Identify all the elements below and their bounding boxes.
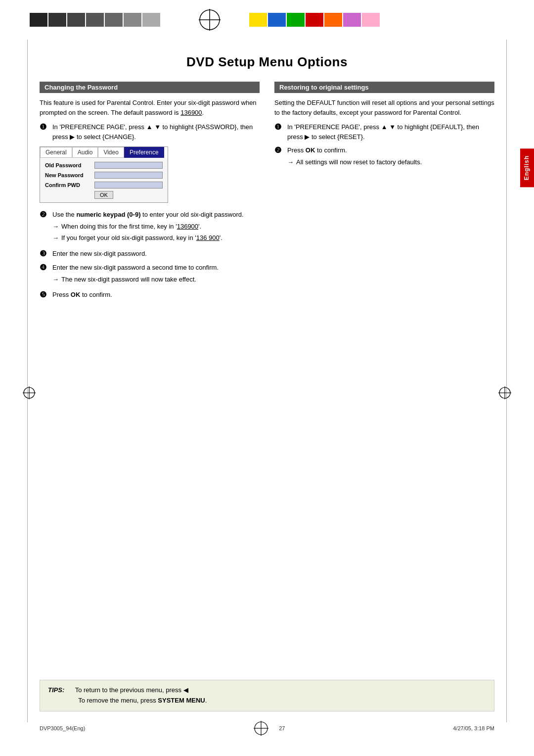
- yellow-block: [249, 13, 267, 27]
- step-2-arrow-2-text: If you forget your old six-digit passwor…: [61, 233, 222, 243]
- right-step-1: ❶ In 'PREFERENCE PAGE', press ▲ ▼ to hig…: [274, 122, 494, 142]
- step-3: ❸ Enter the new six-digit password.: [40, 249, 260, 259]
- tab-video: Video: [98, 147, 124, 158]
- step-2: ❷ Use the numeric keypad (0-9) to enter …: [40, 210, 260, 245]
- color-block: [86, 13, 104, 27]
- color-blocks-right: [249, 13, 380, 27]
- top-bar: [0, 0, 534, 40]
- tab-preference: Preference: [124, 147, 164, 158]
- orange-block: [324, 13, 342, 27]
- dvd-row-new-password: New Password: [45, 172, 163, 179]
- dvd-ok-button: OK: [45, 191, 163, 198]
- keypad-bold: numeric keypad (0-9): [76, 211, 140, 218]
- right-step-2-arrow-text: All settings will now reset to factory d…: [296, 157, 422, 167]
- step-5-num: ❺: [40, 290, 49, 300]
- mid-crosshair-left: [22, 386, 36, 401]
- step-5: ❺ Press OK to confirm.: [40, 290, 260, 300]
- page-title: DVD Setup Menu Options: [40, 54, 494, 70]
- old-password-field: [94, 162, 163, 169]
- left-intro: This feature is used for Parental Contro…: [40, 98, 260, 117]
- step-2-arrow-1: → When doing this for the first time, ke…: [52, 222, 260, 232]
- arrow-icon-2: →: [52, 233, 59, 243]
- color-block: [30, 13, 47, 27]
- default-password: 136900: [180, 109, 202, 116]
- right-step-2: ❷ Press OK to confirm. → All settings wi…: [274, 145, 494, 169]
- tips-box: TIPS: To return to the previous menu, pr…: [40, 680, 494, 711]
- mid-crosshair-right: [498, 386, 512, 401]
- dvd-menu-table: General Audio Video Preference Old Passw…: [40, 146, 168, 203]
- dvd-ok-label: OK: [94, 191, 113, 199]
- red-block: [306, 13, 323, 27]
- purple-block: [343, 13, 361, 27]
- new-password-label: New Password: [45, 172, 94, 178]
- old-password-label: Old Password: [45, 162, 94, 168]
- blue-block: [268, 13, 286, 27]
- step-3-content: Enter the new six-digit password.: [52, 249, 260, 259]
- right-step-1-content: In 'PREFERENCE PAGE', press ▲ ▼ to highl…: [287, 122, 494, 142]
- english-tab: English: [520, 148, 534, 187]
- left-section-header: Changing the Password: [40, 82, 260, 93]
- step-4-arrow-text: The new six-digit password will now take…: [61, 275, 196, 284]
- color-block: [105, 13, 123, 27]
- new-password-field: [94, 172, 163, 179]
- arrow-icon: →: [52, 222, 59, 232]
- tips-line2: To remove the menu, press SYSTEM MENU.: [78, 697, 207, 704]
- color-block: [48, 13, 66, 27]
- dvd-row-old-password: Old Password: [45, 162, 163, 169]
- step-2-content: Use the numeric keypad (0-9) to enter yo…: [52, 210, 260, 245]
- footer: DVP3005_94(Eng) 27 4/27/05, 3:18 PM: [40, 720, 494, 736]
- footer-crosshair: [253, 720, 269, 736]
- step-2-arrow-2: → If you forget your old six-digit passw…: [52, 233, 260, 243]
- footer-left: DVP3005_94(Eng): [40, 725, 85, 731]
- dvd-row-confirm-pwd: Confirm PWD: [45, 182, 163, 189]
- footer-center: 27: [279, 725, 285, 731]
- right-step-2-content: Press OK to confirm. → All settings will…: [287, 145, 494, 169]
- center-crosshair: [195, 5, 224, 35]
- tab-audio: Audio: [72, 147, 98, 158]
- confirm-pwd-label: Confirm PWD: [45, 182, 94, 188]
- dvd-menu-header: General Audio Video Preference: [40, 147, 168, 158]
- step-1: ❶ In 'PREFERENCE PAGE', press ▲ ▼ to hig…: [40, 122, 260, 142]
- two-column-layout: Changing the Password This feature is us…: [40, 82, 494, 304]
- confirm-pwd-field: [94, 182, 163, 189]
- arrow-icon-right: →: [287, 157, 294, 167]
- forget-password: 136 900: [196, 234, 220, 241]
- right-column: Restoring to original settings Setting t…: [274, 82, 494, 304]
- left-column: Changing the Password This feature is us…: [40, 82, 260, 304]
- arrow-icon-3: →: [52, 275, 59, 284]
- step-1-num: ❶: [40, 122, 49, 133]
- system-menu-bold: SYSTEM MENU: [158, 697, 205, 704]
- step-3-num: ❸: [40, 249, 49, 259]
- step-4-arrow: → The new six-digit password will now ta…: [52, 275, 260, 284]
- step-4-content: Enter the new six-digit password a secon…: [52, 263, 260, 286]
- tab-general: General: [40, 147, 72, 158]
- step-4-num: ❹: [40, 263, 49, 273]
- footer-right: 4/27/05, 3:18 PM: [453, 725, 494, 731]
- page-border-right: [506, 40, 507, 722]
- first-time-password: 136900: [177, 223, 198, 230]
- step-4: ❹ Enter the new six-digit password a sec…: [40, 263, 260, 286]
- step-5-content: Press OK to confirm.: [52, 290, 260, 300]
- step-2-arrow-1-text: When doing this for the first time, key …: [61, 222, 201, 232]
- dvd-menu-body: Old Password New Password Confirm PWD OK: [40, 158, 168, 202]
- right-step-2-arrow: → All settings will now reset to factory…: [287, 157, 494, 167]
- right-section-header: Restoring to original settings: [274, 82, 494, 93]
- green-block: [287, 13, 305, 27]
- pink-block: [362, 13, 380, 27]
- right-intro: Setting the DEFAULT function will reset …: [274, 98, 494, 117]
- tips-line1: To return to the previous menu, press ◀: [75, 686, 188, 694]
- main-content: DVD Setup Menu Options Changing the Pass…: [40, 54, 494, 697]
- right-step-2-num: ❷: [274, 145, 284, 156]
- color-block: [142, 13, 160, 27]
- step-1-content: In 'PREFERENCE PAGE', press ▲ ▼ to highl…: [52, 122, 260, 142]
- tips-label: TIPS:: [48, 686, 64, 694]
- ok-bold-5: OK: [71, 291, 81, 298]
- color-block: [124, 13, 141, 27]
- page-border-left: [27, 40, 28, 722]
- step-2-num: ❷: [40, 210, 49, 220]
- ok-bold-right: OK: [306, 146, 315, 154]
- color-blocks-left: [30, 13, 160, 27]
- color-block: [67, 13, 85, 27]
- right-step-1-num: ❶: [274, 122, 284, 133]
